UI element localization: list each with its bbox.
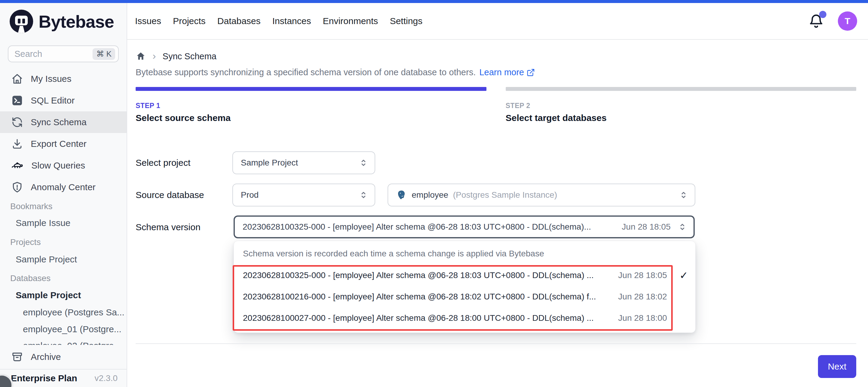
- nav-projects[interactable]: Projects: [173, 16, 206, 26]
- sidebar-item-sync-schema[interactable]: Sync Schema: [0, 111, 127, 133]
- sidebar-item-sql-editor[interactable]: SQL Editor: [0, 90, 127, 111]
- database-instance: (Postgres Sample Instance): [453, 190, 557, 200]
- sidebar-item-label: SQL Editor: [31, 95, 75, 106]
- description-text: Bytebase supports synchronizing a specif…: [135, 67, 475, 77]
- schema-version-select[interactable]: 20230628100325-000 - [employee] Alter sc…: [234, 215, 695, 238]
- bytebase-app: Bytebase ⌘ K My Issues SQL Editor Sync S…: [0, 0, 868, 387]
- environment-select-value: Prod: [241, 190, 258, 200]
- option-text: 20230628100325-000 - [employee] Alter sc…: [243, 271, 610, 280]
- brand[interactable]: Bytebase: [10, 10, 114, 33]
- section-bookmarks: Bookmarks: [10, 202, 53, 211]
- step-1-bar: [135, 87, 487, 91]
- search-box[interactable]: ⌘ K: [8, 45, 119, 62]
- sidebar-db-employee[interactable]: employee (Postgres Sa...: [23, 307, 124, 317]
- external-link-icon: [527, 68, 535, 77]
- sidebar-item-label: Export Center: [31, 139, 87, 149]
- nav-issues[interactable]: Issues: [135, 16, 161, 26]
- step-1-title: Select source schema: [135, 113, 487, 123]
- sidebar-item-label: Anomaly Center: [31, 182, 96, 192]
- plan-footer[interactable]: Enterprise Plan v2.3.0: [0, 369, 127, 387]
- nav-settings[interactable]: Settings: [390, 16, 422, 26]
- main-content: › Sync Schema Bytebase supports synchron…: [127, 40, 868, 387]
- sidebar-item-sample-project[interactable]: Sample Project: [16, 254, 77, 265]
- breadcrumb-separator: ›: [153, 50, 156, 62]
- bytebase-logo-icon: [10, 10, 33, 33]
- archive-icon: [11, 351, 23, 363]
- chevron-up-down-icon: [359, 158, 368, 167]
- environment-select[interactable]: Prod: [232, 183, 375, 206]
- schema-version-dropdown: Schema version is recorded each time a s…: [234, 241, 695, 333]
- nav-instances[interactable]: Instances: [273, 16, 311, 26]
- sidebar-db-group-sample-project[interactable]: Sample Project: [16, 290, 81, 300]
- breadcrumb-current: Sync Schema: [162, 51, 216, 61]
- postgres-icon: [396, 189, 407, 201]
- archive-label: Archive: [31, 352, 61, 362]
- learn-more-link[interactable]: Learn more: [479, 67, 535, 77]
- schema-version-option-2[interactable]: 20230628100216-000 - [employee] Alter sc…: [234, 286, 695, 307]
- nav-environments[interactable]: Environments: [323, 16, 378, 26]
- home-icon: [11, 73, 23, 84]
- sidebar-db-employee-01[interactable]: employee_01 (Postgre...: [23, 324, 121, 335]
- app-version: v2.3.0: [95, 374, 118, 383]
- step-1[interactable]: STEP 1 Select source schema: [135, 87, 487, 123]
- section-databases: Databases: [10, 274, 51, 283]
- sidebar-item-export-center[interactable]: Export Center: [0, 133, 127, 155]
- sidebar-item-archive[interactable]: Archive: [0, 345, 127, 369]
- sidebar-item-label: Sync Schema: [31, 117, 87, 127]
- database-name: employee: [412, 190, 448, 200]
- step-2-bar: [506, 87, 857, 91]
- nav-databases[interactable]: Databases: [217, 16, 260, 26]
- page-description: Bytebase supports synchronizing a specif…: [135, 67, 535, 77]
- step-1-label: STEP 1: [135, 102, 487, 110]
- option-date: Jun 28 18:05: [618, 271, 667, 280]
- select-project-label: Select project: [135, 158, 190, 168]
- search-shortcut-badge: ⌘ K: [93, 48, 115, 60]
- loading-bar: [0, 0, 868, 3]
- option-text: 20230628100027-000 - [employee] Alter sc…: [243, 313, 610, 323]
- step-2-label: STEP 2: [506, 102, 857, 110]
- option-text: 20230628100216-000 - [employee] Alter sc…: [243, 292, 610, 302]
- step-2-title: Select target databases: [506, 113, 857, 123]
- project-select-value: Sample Project: [241, 158, 298, 168]
- chevron-up-down-icon: [678, 222, 687, 232]
- step-2[interactable]: STEP 2 Select target databases: [506, 87, 857, 123]
- dropdown-hint: Schema version is recorded each time a s…: [234, 241, 695, 265]
- search-input[interactable]: [14, 49, 93, 59]
- schema-version-option-1[interactable]: 20230628100325-000 - [employee] Alter sc…: [234, 265, 695, 286]
- section-projects: Projects: [10, 238, 41, 247]
- database-select[interactable]: employee (Postgres Sample Instance): [388, 183, 695, 206]
- check-icon: ✓: [667, 269, 688, 281]
- sidebar-item-label: Slow Queries: [31, 161, 85, 171]
- sidebar-item-slow-queries[interactable]: Slow Queries: [0, 155, 127, 176]
- schema-version-value: 20230628100325-000 - [employee] Alter sc…: [243, 222, 591, 232]
- sql-editor-icon: [11, 95, 23, 106]
- stepper: STEP 1 Select source schema STEP 2 Selec…: [135, 87, 856, 123]
- breadcrumb-home-icon[interactable]: [135, 51, 146, 61]
- project-select[interactable]: Sample Project: [232, 151, 375, 174]
- learn-more-label: Learn more: [479, 67, 524, 77]
- plan-name: Enterprise Plan: [11, 373, 77, 383]
- brand-name: Bytebase: [38, 11, 114, 32]
- sidebar: Bytebase ⌘ K My Issues SQL Editor Sync S…: [0, 3, 127, 387]
- breadcrumb: › Sync Schema: [135, 50, 216, 62]
- notifications-button[interactable]: [808, 13, 824, 29]
- option-date: Jun 28 18:00: [618, 313, 667, 323]
- avatar-letter: T: [845, 16, 850, 26]
- sidebar-item-anomaly-center[interactable]: Anomaly Center: [0, 176, 127, 198]
- chevron-up-down-icon: [359, 190, 368, 200]
- schema-version-label: Schema version: [135, 222, 200, 232]
- schema-version-date: Jun 28 18:05: [622, 222, 671, 232]
- next-button[interactable]: Next: [818, 355, 856, 378]
- download-icon: [11, 138, 23, 149]
- sync-icon: [11, 116, 23, 128]
- content-divider: [135, 343, 856, 344]
- sidebar-item-sample-issue[interactable]: Sample Issue: [16, 218, 70, 228]
- sidebar-item-my-issues[interactable]: My Issues: [0, 68, 127, 90]
- schema-version-option-3[interactable]: 20230628100027-000 - [employee] Alter sc…: [234, 307, 695, 329]
- turtle-icon: [11, 160, 24, 172]
- option-date: Jun 28 18:02: [618, 292, 667, 302]
- notification-badge: [819, 11, 827, 18]
- avatar[interactable]: T: [838, 11, 857, 31]
- chevron-up-down-icon: [679, 190, 688, 200]
- shield-alert-icon: [11, 181, 23, 193]
